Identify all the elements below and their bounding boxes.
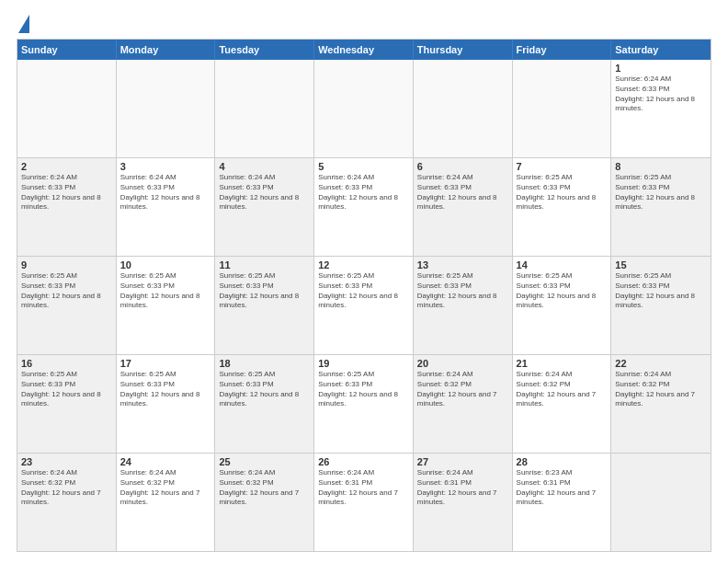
calendar-cell-23: 23Sunrise: 6:24 AM Sunset: 6:32 PM Dayli… <box>17 454 117 551</box>
cell-info: Sunrise: 6:23 AM Sunset: 6:31 PM Dayligh… <box>517 468 608 508</box>
cell-info: Sunrise: 6:24 AM Sunset: 6:33 PM Dayligh… <box>21 173 112 213</box>
day-number: 18 <box>219 358 310 369</box>
calendar-cell-empty-4-6 <box>611 454 711 551</box>
calendar-cell-1: 1Sunrise: 6:24 AM Sunset: 6:33 PM Daylig… <box>611 60 711 157</box>
cell-info: Sunrise: 6:24 AM Sunset: 6:32 PM Dayligh… <box>417 370 508 409</box>
calendar-cell-27: 27Sunrise: 6:24 AM Sunset: 6:31 PM Dayli… <box>414 454 513 551</box>
header-day-saturday: Saturday <box>611 40 711 60</box>
calendar-row-1: 1Sunrise: 6:24 AM Sunset: 6:33 PM Daylig… <box>17 60 711 157</box>
day-number: 3 <box>120 161 211 172</box>
calendar: SundayMondayTuesdayWednesdayThursdayFrid… <box>17 39 711 552</box>
header-area <box>17 17 711 31</box>
cell-info: Sunrise: 6:24 AM Sunset: 6:32 PM Dayligh… <box>517 370 608 409</box>
cell-info: Sunrise: 6:24 AM Sunset: 6:33 PM Dayligh… <box>219 173 310 213</box>
calendar-row-2: 2Sunrise: 6:24 AM Sunset: 6:33 PM Daylig… <box>17 157 711 256</box>
day-number: 20 <box>417 358 508 369</box>
calendar-cell-12: 12Sunrise: 6:25 AM Sunset: 6:33 PM Dayli… <box>314 257 414 354</box>
cell-info: Sunrise: 6:25 AM Sunset: 6:33 PM Dayligh… <box>21 370 112 409</box>
day-number: 17 <box>120 358 211 369</box>
calendar-cell-17: 17Sunrise: 6:25 AM Sunset: 6:33 PM Dayli… <box>117 355 216 453</box>
header-day-sunday: Sunday <box>17 40 117 60</box>
calendar-row-5: 23Sunrise: 6:24 AM Sunset: 6:32 PM Dayli… <box>17 453 711 551</box>
calendar-cell-28: 28Sunrise: 6:23 AM Sunset: 6:31 PM Dayli… <box>513 454 612 551</box>
cell-info: Sunrise: 6:24 AM Sunset: 6:33 PM Dayligh… <box>318 173 409 213</box>
cell-info: Sunrise: 6:25 AM Sunset: 6:33 PM Dayligh… <box>219 271 310 311</box>
cell-info: Sunrise: 6:24 AM Sunset: 6:33 PM Dayligh… <box>120 173 211 213</box>
day-number: 6 <box>417 161 508 172</box>
day-number: 19 <box>318 358 409 369</box>
header-day-tuesday: Tuesday <box>215 40 314 60</box>
cell-info: Sunrise: 6:24 AM Sunset: 6:32 PM Dayligh… <box>615 370 707 409</box>
calendar-cell-6: 6Sunrise: 6:24 AM Sunset: 6:33 PM Daylig… <box>414 158 513 256</box>
calendar-cell-14: 14Sunrise: 6:25 AM Sunset: 6:33 PM Dayli… <box>513 257 612 354</box>
calendar-cell-16: 16Sunrise: 6:25 AM Sunset: 6:33 PM Dayli… <box>17 355 117 453</box>
calendar-cell-2: 2Sunrise: 6:24 AM Sunset: 6:33 PM Daylig… <box>17 158 117 256</box>
day-number: 26 <box>318 456 409 467</box>
calendar-cell-13: 13Sunrise: 6:25 AM Sunset: 6:33 PM Dayli… <box>414 257 513 354</box>
calendar-cell-8: 8Sunrise: 6:25 AM Sunset: 6:33 PM Daylig… <box>611 158 711 256</box>
day-number: 25 <box>219 456 310 467</box>
calendar-cell-empty-0-0 <box>17 60 117 157</box>
calendar-cell-9: 9Sunrise: 6:25 AM Sunset: 6:33 PM Daylig… <box>17 257 117 354</box>
cell-info: Sunrise: 6:24 AM Sunset: 6:32 PM Dayligh… <box>219 468 310 508</box>
cell-info: Sunrise: 6:24 AM Sunset: 6:32 PM Dayligh… <box>120 468 211 508</box>
day-number: 11 <box>219 259 310 270</box>
calendar-cell-4: 4Sunrise: 6:24 AM Sunset: 6:33 PM Daylig… <box>215 158 314 256</box>
cell-info: Sunrise: 6:24 AM Sunset: 6:32 PM Dayligh… <box>21 468 112 508</box>
calendar-cell-15: 15Sunrise: 6:25 AM Sunset: 6:33 PM Dayli… <box>611 257 711 354</box>
cell-info: Sunrise: 6:25 AM Sunset: 6:33 PM Dayligh… <box>417 271 508 311</box>
day-number: 15 <box>615 259 707 270</box>
calendar-row-3: 9Sunrise: 6:25 AM Sunset: 6:33 PM Daylig… <box>17 256 711 354</box>
calendar-cell-3: 3Sunrise: 6:24 AM Sunset: 6:33 PM Daylig… <box>117 158 216 256</box>
calendar-cell-empty-0-3 <box>314 60 414 157</box>
day-number: 7 <box>517 161 608 172</box>
logo <box>17 17 29 31</box>
calendar-cell-empty-0-5 <box>513 60 612 157</box>
day-number: 13 <box>417 259 508 270</box>
calendar-header: SundayMondayTuesdayWednesdayThursdayFrid… <box>17 40 711 60</box>
cell-info: Sunrise: 6:25 AM Sunset: 6:33 PM Dayligh… <box>219 370 310 409</box>
header-day-friday: Friday <box>513 40 612 60</box>
day-number: 4 <box>219 161 310 172</box>
cell-info: Sunrise: 6:25 AM Sunset: 6:33 PM Dayligh… <box>318 370 409 409</box>
calendar-cell-20: 20Sunrise: 6:24 AM Sunset: 6:32 PM Dayli… <box>414 355 513 453</box>
cell-info: Sunrise: 6:25 AM Sunset: 6:33 PM Dayligh… <box>120 271 211 311</box>
day-number: 14 <box>517 259 608 270</box>
calendar-cell-22: 22Sunrise: 6:24 AM Sunset: 6:32 PM Dayli… <box>611 355 711 453</box>
day-number: 24 <box>120 456 211 467</box>
cell-info: Sunrise: 6:25 AM Sunset: 6:33 PM Dayligh… <box>615 173 707 213</box>
calendar-cell-empty-0-2 <box>215 60 314 157</box>
calendar-row-4: 16Sunrise: 6:25 AM Sunset: 6:33 PM Dayli… <box>17 354 711 453</box>
calendar-cell-25: 25Sunrise: 6:24 AM Sunset: 6:32 PM Dayli… <box>215 454 314 551</box>
cell-info: Sunrise: 6:24 AM Sunset: 6:33 PM Dayligh… <box>417 173 508 213</box>
header-day-monday: Monday <box>117 40 216 60</box>
cell-info: Sunrise: 6:25 AM Sunset: 6:33 PM Dayligh… <box>318 271 409 311</box>
header-day-wednesday: Wednesday <box>314 40 414 60</box>
day-number: 21 <box>517 358 608 369</box>
calendar-body: 1Sunrise: 6:24 AM Sunset: 6:33 PM Daylig… <box>17 60 711 551</box>
calendar-cell-21: 21Sunrise: 6:24 AM Sunset: 6:32 PM Dayli… <box>513 355 612 453</box>
calendar-cell-empty-0-1 <box>117 60 216 157</box>
calendar-cell-empty-0-4 <box>414 60 513 157</box>
header-day-thursday: Thursday <box>414 40 513 60</box>
day-number: 9 <box>21 259 112 270</box>
calendar-cell-10: 10Sunrise: 6:25 AM Sunset: 6:33 PM Dayli… <box>117 257 216 354</box>
day-number: 22 <box>615 358 707 369</box>
calendar-cell-24: 24Sunrise: 6:24 AM Sunset: 6:32 PM Dayli… <box>117 454 216 551</box>
cell-info: Sunrise: 6:25 AM Sunset: 6:33 PM Dayligh… <box>615 271 707 311</box>
cell-info: Sunrise: 6:25 AM Sunset: 6:33 PM Dayligh… <box>21 271 112 311</box>
calendar-cell-5: 5Sunrise: 6:24 AM Sunset: 6:33 PM Daylig… <box>314 158 414 256</box>
calendar-cell-26: 26Sunrise: 6:24 AM Sunset: 6:31 PM Dayli… <box>314 454 414 551</box>
day-number: 10 <box>120 259 211 270</box>
day-number: 5 <box>318 161 409 172</box>
day-number: 1 <box>615 63 707 74</box>
day-number: 23 <box>21 456 112 467</box>
day-number: 28 <box>517 456 608 467</box>
cell-info: Sunrise: 6:24 AM Sunset: 6:31 PM Dayligh… <box>417 468 508 508</box>
cell-info: Sunrise: 6:25 AM Sunset: 6:33 PM Dayligh… <box>517 173 608 213</box>
cell-info: Sunrise: 6:25 AM Sunset: 6:33 PM Dayligh… <box>517 271 608 311</box>
day-number: 27 <box>417 456 508 467</box>
calendar-cell-18: 18Sunrise: 6:25 AM Sunset: 6:33 PM Dayli… <box>215 355 314 453</box>
logo-triangle-icon <box>18 15 29 33</box>
calendar-cell-7: 7Sunrise: 6:25 AM Sunset: 6:33 PM Daylig… <box>513 158 612 256</box>
